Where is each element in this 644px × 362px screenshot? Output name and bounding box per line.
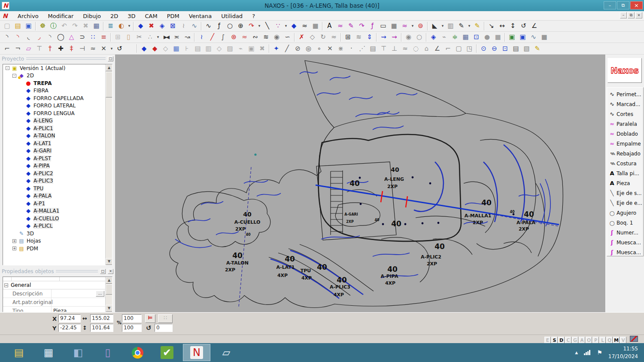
rotation-field[interactable]: 0 [155, 324, 173, 332]
toolbar-icon[interactable]: ○ [225, 21, 235, 31]
tree-item[interactable]: A-LAT1 [3, 140, 112, 147]
tree-item[interactable]: - Versión 1 (Actual) [3, 64, 112, 72]
toolbar-icon[interactable]: ▤ [12, 21, 23, 31]
toolbar-icon[interactable]: A [324, 21, 335, 31]
mode-indicator[interactable]: Q [606, 337, 613, 344]
toolbar-icon[interactable]: ⌁ [235, 44, 246, 54]
toolbar-icon[interactable] [321, 21, 324, 31]
toolbar-icon[interactable]: ▾ [155, 32, 161, 42]
menu-item[interactable]: Utilidad [216, 12, 247, 20]
scale-y-field[interactable]: 100 [122, 324, 142, 332]
toolbar-icon[interactable]: ¬ [12, 44, 23, 54]
toolbar-icon[interactable]: ✖ [146, 21, 157, 31]
tree-item[interactable]: - 2D [3, 72, 112, 80]
menu-item[interactable]: 2D [106, 12, 123, 20]
toolbar-icon[interactable]: ⊦ [182, 44, 192, 54]
height-field[interactable]: 101.64 [90, 324, 113, 332]
language-flag-icon[interactable]: ⚑ [597, 349, 602, 356]
toolbar-icon[interactable]: ◆ [135, 21, 146, 31]
menu-item[interactable]: 3D [123, 12, 140, 20]
toolbar-icon[interactable]: ◯ [55, 32, 66, 42]
toolbar-icon[interactable]: ∘ [314, 44, 325, 54]
toolbar-icon[interactable]: ▤ [192, 44, 203, 54]
toolbar-icon[interactable]: ▯ [123, 32, 134, 42]
rotate-icon[interactable]: ↺ [146, 324, 152, 332]
toolbar-icon[interactable]: ◐ [116, 21, 127, 31]
network-disabled-icon[interactable] [630, 336, 638, 342]
mdi-minimize-button[interactable]: – [620, 12, 627, 18]
toolbar-icon[interactable]: ■ [539, 32, 550, 42]
toolbar-icon[interactable]: ⋰ [357, 44, 368, 54]
toolbar-icon[interactable]: ▤ [510, 44, 521, 54]
toolbar-icon[interactable]: ≈ [328, 32, 339, 42]
tree-item[interactable]: A-PLST [3, 155, 112, 162]
layer-tool-item[interactable]: Talla pi... [607, 168, 643, 178]
layer-tool-item[interactable]: Marcad... [607, 99, 643, 109]
toolbar-icon[interactable]: ✚ [55, 44, 66, 54]
toolbar-icon[interactable]: ■ [389, 21, 399, 31]
mode-indicator[interactable]: G [572, 337, 578, 344]
tree-item[interactable]: TREPA [3, 79, 112, 87]
toolbar-icon[interactable]: ▥ [445, 21, 456, 31]
menu-item[interactable]: CAM [140, 12, 162, 20]
toolbar-icon[interactable]: ▶◀ [161, 32, 171, 42]
scroll-down-icon[interactable]: ▼ [106, 305, 112, 312]
toolbar-icon[interactable]: ↷ [246, 21, 257, 31]
layer-tool-item[interactable]: Eje de s... [607, 188, 643, 198]
taskbar-app[interactable] [124, 344, 151, 361]
tree-expander-icon[interactable]: + [12, 246, 16, 250]
tree-item[interactable]: A-LENG [3, 117, 112, 125]
toolbar-icon[interactable]: ∠ [432, 44, 443, 54]
mode-indicator[interactable]: O [586, 337, 592, 344]
toolbar-icon[interactable]: ▢ [2, 21, 12, 31]
mode-indicator[interactable]: D [558, 337, 565, 344]
toolbar-icon[interactable]: ⊞ [112, 32, 123, 42]
toolbar-icon[interactable]: ≍ [171, 32, 182, 42]
layer-tool-item[interactable]: Pieza [607, 178, 643, 188]
layer-tool-item[interactable]: Muesca... [607, 247, 643, 257]
toolbar-icon[interactable]: ◉ [271, 32, 282, 42]
toolbar-icon[interactable] [102, 21, 105, 31]
toolbar-icon[interactable]: ⌐ [2, 44, 12, 54]
toolbar-icon[interactable]: ⊠ [167, 21, 178, 31]
toolbar-icon[interactable]: ≣ [105, 21, 116, 31]
toolbar-icon[interactable] [109, 32, 112, 42]
tree-expander-icon[interactable]: + [12, 239, 16, 243]
tree-item[interactable]: A-PIPA [3, 162, 112, 170]
toolbar-icon[interactable]: ⊡ [500, 44, 510, 54]
toolbar-icon[interactable]: ◈ [157, 21, 167, 31]
toolbar-icon[interactable] [132, 21, 135, 31]
tree-item[interactable]: A-PALA [3, 192, 112, 200]
toolbar-icon[interactable]: ✖ [80, 21, 91, 31]
mode-indicator[interactable]: E [544, 337, 551, 344]
tree-item[interactable]: A-PLIC1 [3, 125, 112, 132]
properties-scrollbar[interactable]: ▲ ▼ [105, 277, 112, 312]
toolbar-icon[interactable]: ✗ [296, 32, 307, 42]
toolbar-icon[interactable]: ▾ [467, 21, 472, 31]
toolbar-icon[interactable]: ▥ [203, 44, 214, 54]
toolbar-icon[interactable]: ⌂ [421, 44, 432, 54]
layer-tool-item[interactable]: Muesca... [607, 237, 643, 247]
toolbar-icon[interactable]: ◇ [307, 32, 318, 42]
toolbar-icon[interactable]: ↝ [182, 32, 193, 42]
taskbar-app[interactable]: ▱ [213, 344, 240, 361]
property-value[interactable] [51, 298, 96, 306]
scroll-thumb[interactable] [106, 72, 112, 97]
toolbar-icon[interactable] [426, 21, 429, 31]
scroll-down-icon[interactable]: ▼ [106, 258, 112, 265]
toolbar-icon[interactable]: ⇝ [389, 32, 400, 42]
toolbar-icon[interactable] [503, 32, 507, 42]
toolbar-icon[interactable]: ■ [310, 21, 321, 31]
tree-item[interactable]: A-PLIC2 [3, 170, 112, 177]
ellipsis-button[interactable]: ... [96, 291, 104, 297]
tree-item[interactable]: + PDM [3, 245, 112, 252]
toolbar-icon[interactable]: ⊘ [292, 44, 303, 54]
tree-item[interactable]: + Hojas [3, 237, 112, 245]
layer-tool-item[interactable]: Perimet... [607, 89, 643, 99]
toolbar-icon[interactable]: ⊡ [471, 32, 482, 42]
toolbar-icon[interactable]: ◆ [289, 21, 299, 31]
toolbar-icon[interactable]: ⊕ [235, 21, 246, 31]
toolbar-icon[interactable]: ≡ [98, 32, 109, 42]
toolbar-icon[interactable]: ⇕ [364, 32, 375, 42]
tree-item[interactable]: FORRO LATERAL [3, 102, 112, 110]
